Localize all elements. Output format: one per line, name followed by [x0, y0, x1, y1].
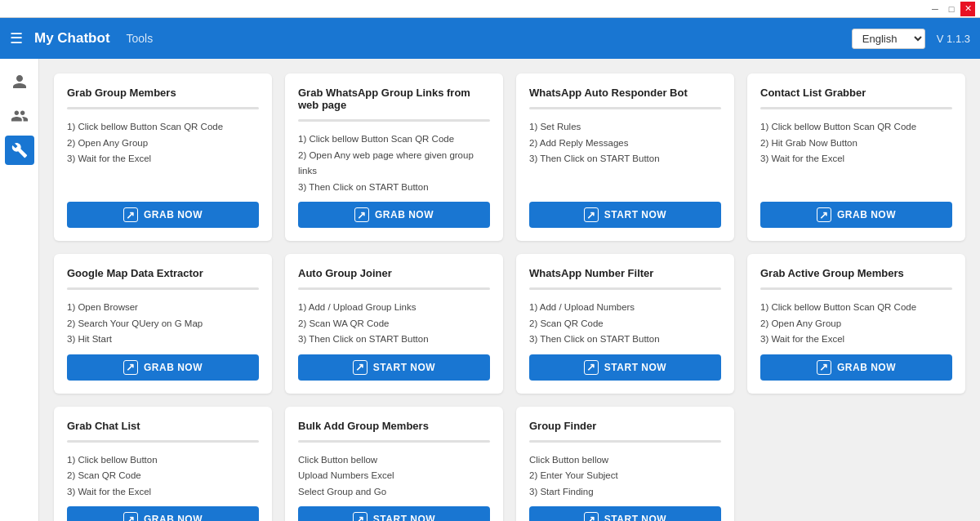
card-steps: Click Button bellow Upload Numbers Excel… — [298, 452, 490, 501]
card-contact-list-grabber: Contact List Grabber1) Click bellow Butt… — [747, 73, 965, 241]
card-title: WhatsApp Auto Responder Bot — [529, 87, 721, 99]
btn-label: START NOW — [604, 514, 666, 521]
language-select[interactable]: EnglishArabicFrenchSpanish — [852, 29, 925, 49]
close-button[interactable]: ✕ — [960, 2, 975, 16]
external-link-icon: ↗ — [584, 512, 599, 521]
card-title: Grab Group Members — [67, 87, 259, 99]
card-grab-active-group-members: Grab Active Group Members1) Click bellow… — [747, 254, 965, 394]
sidebar — [0, 59, 39, 521]
card-btn-bulk-add-group-members[interactable]: ↗START NOW — [298, 506, 490, 521]
version-label: V 1.1.3 — [937, 33, 970, 45]
card-btn-grab-chat-list[interactable]: ↗GRAB NOW — [67, 506, 259, 521]
card-whatsapp-auto-responder: WhatsApp Auto Responder Bot1) Set Rules … — [516, 73, 734, 241]
cards-grid: Grab Group Members1) Click bellow Button… — [54, 73, 965, 521]
card-steps: 1) Click bellow Button Scan QR Code 2) O… — [298, 131, 490, 195]
card-divider — [67, 107, 259, 109]
minimize-button[interactable]: ─ — [928, 2, 942, 16]
card-divider — [298, 440, 490, 443]
card-steps: 1) Set Rules 2) Add Reply Messages 3) Th… — [529, 119, 721, 167]
card-google-map-extractor: Google Map Data Extractor1) Open Browser… — [54, 254, 272, 394]
btn-label: GRAB NOW — [144, 514, 203, 521]
card-divider — [529, 107, 721, 109]
menu-icon[interactable]: ☰ — [10, 29, 23, 47]
header-right: EnglishArabicFrenchSpanish V 1.1.3 — [852, 29, 970, 49]
card-auto-group-joiner: Auto Group Joiner1) Add / Upload Group L… — [285, 254, 503, 394]
card-title: Grab Chat List — [67, 420, 259, 432]
card-steps: 1) Click bellow Button Scan QR Code 2) O… — [760, 300, 952, 348]
card-btn-google-map-extractor[interactable]: ↗GRAB NOW — [67, 354, 259, 381]
app-title: My Chatbot — [34, 30, 110, 47]
card-btn-whatsapp-auto-responder[interactable]: ↗START NOW — [529, 202, 721, 228]
btn-label: GRAB NOW — [375, 209, 434, 220]
btn-label: START NOW — [373, 362, 435, 373]
card-steps: 1) Click bellow Button Scan QR Code 2) O… — [67, 119, 259, 167]
external-link-icon: ↗ — [123, 360, 138, 375]
card-btn-whatsapp-number-filter[interactable]: ↗START NOW — [529, 354, 721, 381]
card-bulk-add-group-members: Bulk Add Group MembersClick Button bello… — [285, 407, 503, 521]
card-title: Auto Group Joiner — [298, 267, 490, 279]
card-btn-grab-whatsapp-links[interactable]: ↗GRAB NOW — [298, 202, 490, 228]
btn-label: GRAB NOW — [144, 209, 203, 220]
external-link-icon: ↗ — [123, 207, 138, 222]
btn-label: START NOW — [604, 362, 666, 373]
card-steps: 1) Add / Upload Group Links 2) Scan WA Q… — [298, 300, 490, 348]
card-whatsapp-number-filter: WhatsApp Number Filter1) Add / Upload Nu… — [516, 254, 734, 394]
card-divider — [298, 287, 490, 290]
card-grab-whatsapp-links: Grab WhatsApp Group Links from web page1… — [285, 73, 503, 241]
sidebar-item-group[interactable] — [5, 101, 34, 131]
maximize-button[interactable]: □ — [944, 2, 959, 16]
card-grab-group-members: Grab Group Members1) Click bellow Button… — [54, 73, 272, 241]
card-title: WhatsApp Number Filter — [529, 267, 721, 279]
external-link-icon: ↗ — [353, 512, 368, 521]
card-btn-grab-active-group-members[interactable]: ↗GRAB NOW — [760, 354, 952, 381]
card-divider — [298, 119, 490, 122]
card-grab-chat-list: Grab Chat List1) Click bellow Button 2) … — [54, 407, 272, 521]
card-divider — [529, 440, 721, 443]
external-link-icon: ↗ — [817, 207, 831, 222]
card-btn-group-finder[interactable]: ↗START NOW — [529, 506, 721, 521]
card-divider — [67, 287, 259, 290]
sidebar-item-tools[interactable] — [5, 136, 34, 165]
card-group-finder: Group FinderClick Button bellow 2) Enter… — [516, 407, 734, 521]
external-link-icon: ↗ — [354, 207, 369, 222]
card-divider — [760, 287, 952, 290]
card-divider — [67, 440, 259, 443]
tools-label: Tools — [127, 32, 154, 45]
btn-label: GRAB NOW — [837, 362, 896, 373]
external-link-icon: ↗ — [353, 360, 368, 375]
btn-label: GRAB NOW — [144, 362, 203, 373]
external-link-icon: ↗ — [123, 512, 138, 521]
card-steps: Click Button bellow 2) Enter Your Subjec… — [529, 452, 721, 501]
main-layout: Grab Group Members1) Click bellow Button… — [0, 59, 980, 521]
card-steps: 1) Add / Upload Numbers 2) Scan QR Code … — [529, 300, 721, 348]
card-title: Grab Active Group Members — [760, 267, 952, 279]
btn-label: START NOW — [373, 514, 435, 521]
header: ☰ My Chatbot Tools EnglishArabicFrenchSp… — [0, 18, 980, 59]
card-title: Bulk Add Group Members — [298, 420, 490, 432]
card-title: Google Map Data Extractor — [67, 267, 259, 279]
card-divider — [760, 107, 952, 109]
sidebar-item-person[interactable] — [5, 67, 34, 96]
card-title: Contact List Grabber — [760, 87, 952, 99]
card-steps: 1) Click bellow Button Scan QR Code 2) H… — [760, 119, 952, 167]
card-btn-auto-group-joiner[interactable]: ↗START NOW — [298, 354, 490, 381]
title-bar: ─ □ ✕ — [0, 0, 980, 18]
card-title: Group Finder — [529, 420, 721, 432]
content-area: Grab Group Members1) Click bellow Button… — [39, 59, 980, 521]
card-steps: 1) Click bellow Button 2) Scan QR Code 3… — [67, 452, 259, 501]
external-link-icon: ↗ — [584, 207, 599, 222]
btn-label: GRAB NOW — [837, 209, 896, 220]
card-steps: 1) Open Browser 2) Search Your QUery on … — [67, 300, 259, 348]
btn-label: START NOW — [604, 209, 666, 220]
card-title: Grab WhatsApp Group Links from web page — [298, 87, 490, 111]
card-btn-grab-group-members[interactable]: ↗GRAB NOW — [67, 202, 259, 228]
card-divider — [529, 287, 721, 290]
external-link-icon: ↗ — [817, 360, 831, 375]
external-link-icon: ↗ — [584, 360, 599, 375]
card-btn-contact-list-grabber[interactable]: ↗GRAB NOW — [760, 202, 952, 228]
